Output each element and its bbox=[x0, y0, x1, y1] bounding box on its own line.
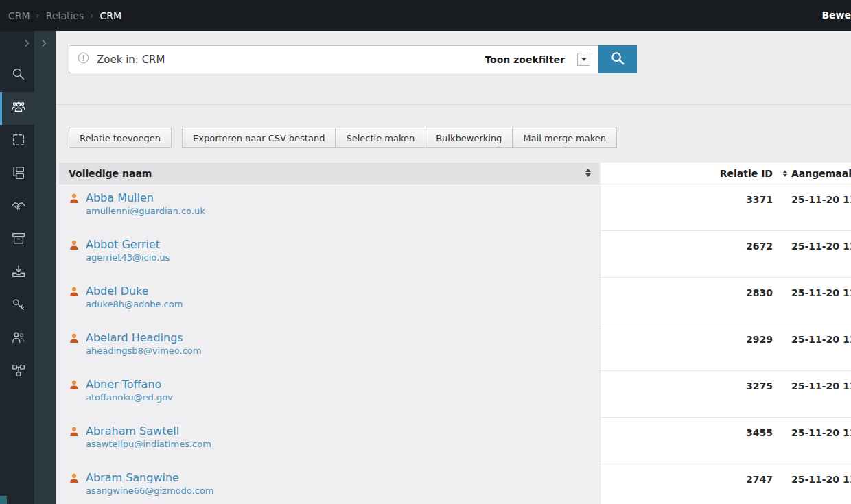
table-row-data[interactable]: 2929 25-11-20 11: bbox=[601, 324, 851, 371]
sidebar-item-workflow[interactable] bbox=[0, 355, 34, 388]
sidebar-item-search[interactable] bbox=[0, 59, 34, 92]
breadcrumb-relaties[interactable]: Relaties bbox=[46, 10, 84, 21]
relation-name-link[interactable]: Abdel Duke bbox=[86, 285, 149, 298]
sidebar-item-relations[interactable] bbox=[0, 92, 34, 125]
column-header-name[interactable]: Volledige naam bbox=[59, 163, 599, 184]
created-date-cell: 25-11-20 11: bbox=[791, 427, 851, 438]
search-placeholder: Zoek in: CRM bbox=[97, 53, 477, 66]
table-row[interactable]: Abba Mullen amullenni@guardian.co.uk bbox=[59, 184, 599, 231]
relations-table-name-column: Volledige naam Abba Mullen amullenni@gua… bbox=[59, 163, 599, 504]
breadcrumb: CRM › Relaties › CRM bbox=[8, 10, 121, 21]
relation-email-link[interactable]: aheadingsb8@vimeo.com bbox=[86, 346, 201, 356]
table-row[interactable]: Abraham Sawtell asawtellpu@indiatimes.co… bbox=[59, 418, 599, 464]
sidebar-item-import[interactable] bbox=[0, 256, 34, 289]
filter-toggle-label[interactable]: Toon zoekfilter bbox=[485, 54, 565, 65]
sidebar-item-folders[interactable] bbox=[0, 158, 34, 191]
sidebar-primary bbox=[0, 31, 34, 504]
relation-email-link[interactable]: amullenni@guardian.co.uk bbox=[86, 206, 205, 216]
relation-email-link[interactable]: asangwine66@gizmodo.com bbox=[86, 485, 213, 496]
person-icon bbox=[69, 333, 79, 346]
bulk-edit-button[interactable]: Bulkbewerking bbox=[425, 128, 513, 148]
topbar: CRM › Relaties › CRM Bewe bbox=[0, 0, 851, 31]
relation-name-link[interactable]: Abelard Headings bbox=[86, 331, 183, 344]
sidebar-item-deals[interactable] bbox=[0, 191, 34, 224]
table-row[interactable]: Abner Toffano atoffanoku@ed.gov bbox=[59, 371, 599, 418]
created-date-cell: 25-11-20 11: bbox=[791, 241, 851, 252]
sidebar-item-keys[interactable] bbox=[0, 289, 34, 322]
created-date-cell: 25-11-20 11: bbox=[791, 287, 851, 298]
column-header-relation-id[interactable]: Relatie ID bbox=[601, 168, 773, 179]
sidebar-nav bbox=[0, 59, 34, 388]
person-icon bbox=[69, 287, 79, 300]
table-row[interactable]: Abram Sangwine asangwine66@gizmodo.com bbox=[59, 464, 599, 504]
person-icon bbox=[69, 240, 79, 253]
search-icon bbox=[610, 51, 626, 69]
created-date-cell: 25-11-20 11: bbox=[791, 381, 851, 392]
relation-email-link[interactable]: aduke8h@adobe.com bbox=[86, 299, 183, 309]
table-row-data[interactable]: 2830 25-11-20 11: bbox=[601, 278, 851, 324]
breadcrumb-root[interactable]: CRM bbox=[8, 10, 30, 21]
table-row-data[interactable]: 3455 25-11-20 11: bbox=[601, 418, 851, 464]
relation-name-link[interactable]: Abraham Sawtell bbox=[86, 424, 179, 437]
person-icon bbox=[69, 473, 79, 486]
table-right-header: Relatie ID Aangemaakt bbox=[601, 163, 851, 184]
table-row-data[interactable]: 2747 25-11-20 11: bbox=[601, 464, 851, 504]
relation-email-link[interactable]: atoffanoku@ed.gov bbox=[86, 392, 173, 403]
workflow-icon bbox=[11, 363, 26, 381]
sidebar-secondary bbox=[34, 31, 56, 504]
sidebar-item-users[interactable] bbox=[0, 322, 34, 355]
search-input[interactable]: Zoek in: CRM Toon zoekfilter bbox=[69, 45, 598, 73]
column-header-name-label: Volledige naam bbox=[69, 168, 152, 179]
add-relation-button[interactable]: Relatie toevoegen bbox=[69, 128, 172, 148]
table-row[interactable]: Abdel Duke aduke8h@adobe.com bbox=[59, 278, 599, 324]
table-row-data[interactable]: 3275 25-11-20 11: bbox=[601, 371, 851, 418]
relation-email-link[interactable]: agerriet43@icio.us bbox=[86, 252, 170, 263]
edit-action-clipped[interactable]: Bewe bbox=[821, 10, 851, 21]
relation-id-cell: 2830 bbox=[601, 287, 773, 298]
toolbar: Relatie toevoegen Exporteren naar CSV-be… bbox=[56, 105, 851, 163]
search-button[interactable] bbox=[598, 45, 637, 73]
person-icon bbox=[69, 193, 79, 206]
table-row-data[interactable]: 3371 25-11-20 11: bbox=[601, 184, 851, 231]
filter-dropdown-button[interactable] bbox=[577, 53, 590, 66]
table-row[interactable]: Abelard Headings aheadingsb8@vimeo.com bbox=[59, 324, 599, 371]
table-row-data[interactable]: 2672 25-11-20 11: bbox=[601, 231, 851, 278]
chevron-down-icon bbox=[581, 58, 587, 61]
relation-name-link[interactable]: Abner Toffano bbox=[86, 378, 161, 391]
make-selection-button[interactable]: Selectie maken bbox=[335, 128, 426, 148]
relation-name-link[interactable]: Abba Mullen bbox=[86, 191, 154, 204]
folders-icon bbox=[11, 165, 26, 183]
sidebar-expand-chevron-icon[interactable] bbox=[22, 38, 32, 51]
relations-table-data-columns: Relatie ID Aangemaakt 3371 25-11-20 11: … bbox=[601, 163, 851, 504]
relation-id-cell: 3275 bbox=[601, 381, 773, 392]
created-date-cell: 25-11-20 11: bbox=[791, 474, 851, 485]
relation-name-link[interactable]: Abram Sangwine bbox=[86, 471, 179, 484]
info-icon bbox=[78, 52, 89, 67]
sidebar-item-archive[interactable] bbox=[0, 224, 34, 256]
created-date-cell: 25-11-20 11: bbox=[791, 334, 851, 345]
relation-id-cell: 3455 bbox=[601, 427, 773, 438]
relation-id-cell: 2929 bbox=[601, 334, 773, 345]
users-icon bbox=[11, 330, 26, 348]
search-group: Zoek in: CRM Toon zoekfilter bbox=[69, 45, 637, 73]
import-tray-icon bbox=[11, 264, 26, 282]
panel-expand-chevron-icon[interactable] bbox=[39, 38, 49, 51]
relations-group-icon bbox=[11, 99, 26, 117]
search-icon bbox=[11, 67, 26, 84]
column-header-created[interactable]: Aangemaakt bbox=[791, 168, 851, 179]
key-icon bbox=[11, 297, 26, 315]
breadcrumb-current: CRM bbox=[100, 10, 121, 21]
sidebar-item-selection[interactable] bbox=[0, 125, 34, 158]
corner-accent bbox=[0, 496, 7, 504]
created-date-cell: 25-11-20 11: bbox=[791, 194, 851, 205]
table-row[interactable]: Abbot Gerriet agerriet43@icio.us bbox=[59, 231, 599, 278]
person-icon bbox=[69, 380, 79, 393]
selection-icon bbox=[11, 132, 26, 150]
relation-name-link[interactable]: Abbot Gerriet bbox=[86, 238, 160, 251]
export-csv-button[interactable]: Exporteren naar CSV-bestand bbox=[182, 128, 336, 148]
relation-id-cell: 2747 bbox=[601, 474, 773, 485]
mail-merge-button[interactable]: Mail merge maken bbox=[512, 128, 617, 148]
sort-icon[interactable] bbox=[585, 169, 591, 177]
relation-email-link[interactable]: asawtellpu@indiatimes.com bbox=[86, 439, 211, 449]
bulk-actions-group: Exporteren naar CSV-bestand Selectie mak… bbox=[183, 128, 617, 148]
